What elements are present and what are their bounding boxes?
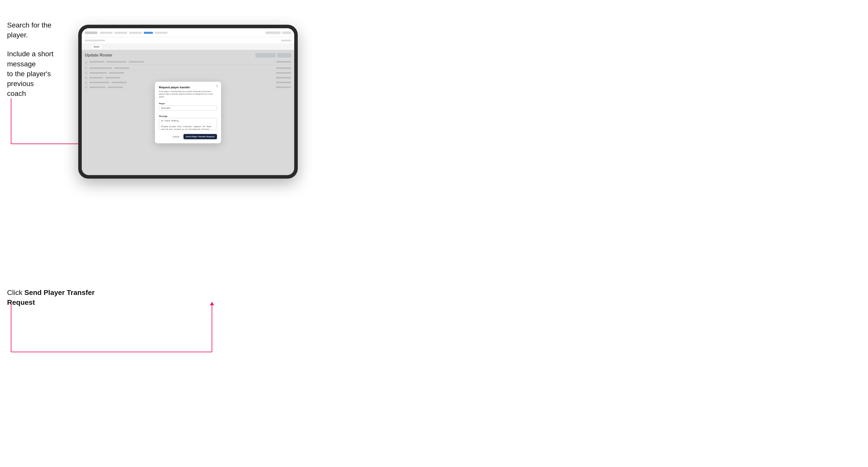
header-btn-1 — [266, 32, 281, 34]
header-btn-2 — [282, 32, 291, 34]
sub-header — [82, 37, 294, 44]
content-area: Update Roster — [82, 50, 294, 175]
app-logo — [85, 32, 97, 34]
device-frame: Roster Update Roster — [78, 25, 298, 179]
header-right — [266, 32, 291, 34]
modal-description: If the player is transferring from anoth… — [159, 90, 217, 98]
player-label: Player — [159, 102, 165, 105]
request-transfer-modal: Request player transfer × If the player … — [155, 82, 221, 144]
nav-item-2 — [115, 32, 127, 34]
svg-marker-6 — [210, 302, 214, 305]
send-transfer-button[interactable]: Send Player Transfer Request — [183, 134, 217, 139]
annotation-area: Search for the player. Include a short m… — [7, 20, 73, 107]
cancel-button[interactable]: Cancel — [170, 134, 181, 139]
nav-items — [100, 32, 263, 34]
modal-footer: Cancel Send Player Transfer Request — [159, 134, 217, 139]
annotation-search: Search for the player. — [7, 20, 73, 40]
modal-close-button[interactable]: × — [216, 84, 218, 88]
nav-item-active — [144, 32, 153, 34]
message-textarea[interactable]: Hi Coach McHarg, Please accept this tran… — [159, 118, 217, 130]
nav-item-1 — [100, 32, 113, 34]
app-header — [82, 28, 294, 37]
message-label: Message — [159, 115, 167, 117]
nav-item-3 — [129, 32, 142, 34]
modal-overlay: Request player transfer × If the player … — [82, 50, 294, 175]
breadcrumb — [85, 40, 105, 41]
annotation-message: Include a short messageto the player's p… — [7, 49, 73, 98]
tab-item-1 — [85, 46, 90, 48]
tab-bar: Roster — [82, 44, 294, 50]
tab-item-active: Roster — [91, 45, 102, 49]
nav-item-5 — [155, 32, 167, 34]
annotation-send: Click Send Player TransferRequest — [7, 288, 95, 307]
device-screen: Roster Update Roster — [82, 28, 294, 175]
modal-title: Request player transfer — [159, 86, 217, 89]
player-input[interactable] — [159, 105, 217, 111]
annotation-click-prefix: Click — [7, 289, 24, 297]
breadcrumb-action — [281, 40, 291, 41]
